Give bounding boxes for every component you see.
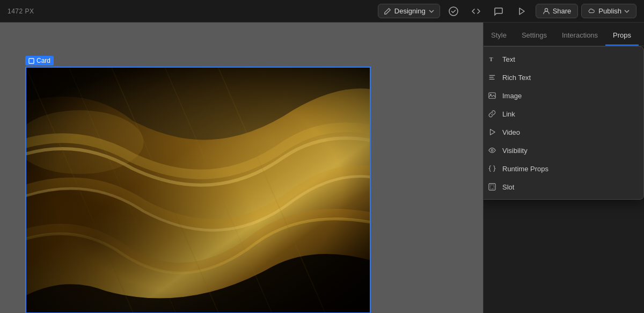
tab-props[interactable]: Props [605,26,639,46]
dropdown-item-label: Video [502,128,520,136]
svg-line-9 [165,68,272,312]
svg-line-6 [26,68,133,312]
card-frame-icon [28,58,34,64]
dropdown-item-text[interactable]: T Text [484,50,643,68]
top-bar: 1472 PX Designing [0,0,644,23]
text-icon: T [488,55,496,63]
top-bar-right: Share Publish [536,4,636,18]
silk-wave-svg [26,68,370,312]
comment-icon [493,6,504,17]
dropdown-item-image[interactable]: Image [484,86,643,105]
svg-point-5 [26,110,144,174]
dropdown-item-rich-text[interactable]: Rich Text [484,68,643,86]
tab-style[interactable]: Style [484,26,514,46]
video-type-icon [487,127,497,137]
dropdown-item-label: Runtime Props [502,165,548,173]
dropdown-item-video[interactable]: Video [484,123,643,141]
svg-rect-11 [26,68,370,312]
right-panel: Style Settings Interactions Props [483,23,644,313]
code-icon [471,6,481,17]
publish-chevron-icon [624,9,630,14]
runtime-props-type-icon [487,164,497,173]
chevron-down-icon [429,9,434,14]
card-label: Card [25,56,54,65]
check-icon-btn[interactable] [444,2,463,20]
publish-label: Publish [598,7,621,15]
check-icon [448,6,459,17]
dropdown-item-runtime-props[interactable]: Runtime Props [484,159,643,178]
tab-interactions[interactable]: Interactions [554,26,605,46]
svg-rect-25 [491,185,494,189]
share-label: Share [553,7,572,15]
svg-line-7 [69,68,176,312]
share-button[interactable]: Share [536,4,579,18]
slot-type-icon [487,182,497,192]
dropdown-item-label: Slot [502,183,514,191]
main-layout: Card [0,23,644,313]
svg-marker-1 [519,8,524,14]
comment-icon-btn[interactable] [489,2,508,20]
card-name: Card [36,57,50,64]
dropdown-item-label: Visibility [502,147,528,155]
svg-line-10 [218,68,325,312]
add-property-dropdown: T Text Rich Text [484,46,644,200]
link-icon [488,110,496,118]
person-icon [543,8,550,15]
pencil-icon [384,8,391,15]
svg-rect-4 [26,68,370,312]
image-type-icon [487,91,497,100]
dropdown-item-slot[interactable]: Slot [484,178,643,196]
card-frame[interactable] [25,67,371,313]
svg-marker-22 [491,129,495,135]
play-icon [516,6,526,17]
dropdown-item-link[interactable]: Link [484,105,643,123]
slot-icon [488,183,496,191]
svg-point-0 [449,7,458,16]
play-icon-btn[interactable] [512,2,530,20]
svg-point-2 [545,8,547,11]
designing-label: Designing [394,7,426,15]
visibility-type-icon [487,145,497,155]
code-icon-btn[interactable] [467,2,485,20]
tab-settings[interactable]: Settings [514,26,554,46]
svg-rect-20 [489,93,495,99]
card-image [26,68,370,312]
eye-icon [488,147,496,154]
svg-rect-24 [489,184,495,190]
dropdown-item-label: Rich Text [502,74,531,82]
canvas-area[interactable]: Card [0,23,483,313]
curly-braces-icon [488,165,496,172]
svg-text:T: T [489,56,493,62]
dropdown-item-label: Text [502,55,515,63]
panel-tabs: Style Settings Interactions Props [484,23,644,46]
dropdown-item-visibility[interactable]: Visibility [484,141,643,159]
panel-content: Properties + T Feature Text Top T [484,46,644,313]
svg-line-8 [112,68,218,312]
svg-rect-3 [29,58,34,63]
text-type-icon: T [487,54,497,64]
designing-button[interactable]: Designing [378,4,440,18]
top-bar-left: 1472 PX [8,8,372,15]
canvas-size-label: 1472 PX [8,8,34,15]
dropdown-item-label: Image [502,92,522,100]
video-icon [488,128,496,136]
rich-text-icon [488,74,496,81]
rich-text-type-icon [487,72,497,82]
cloud-icon [588,8,596,15]
image-icon [488,92,496,99]
svg-point-23 [491,149,493,151]
top-bar-center: Designing [378,2,530,20]
link-type-icon [487,109,497,119]
publish-button[interactable]: Publish [581,4,636,18]
dropdown-item-label: Link [502,110,515,118]
